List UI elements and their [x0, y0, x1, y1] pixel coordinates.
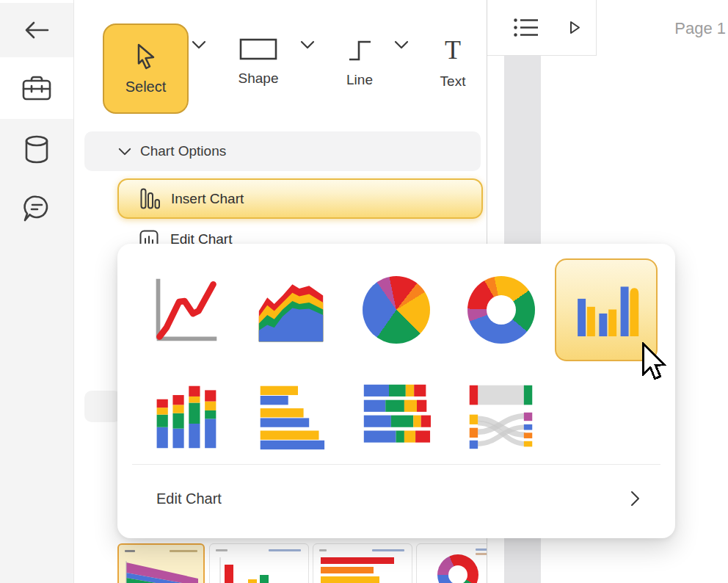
pie-chart-icon — [363, 276, 430, 344]
select-dropdown-chevron-icon[interactable] — [192, 40, 206, 49]
insert-chart-button[interactable]: Insert Chart — [117, 178, 483, 219]
tile-grouped-horizontal-bar-chart[interactable] — [239, 361, 343, 471]
stacked-horizontal-bar-chart-icon — [361, 382, 431, 452]
play-icon[interactable] — [569, 21, 580, 35]
chat-icon — [22, 194, 51, 223]
tile-pie-chart[interactable] — [343, 258, 448, 361]
tile-stacked-horizontal-bar-chart[interactable] — [343, 361, 448, 471]
chart-options-label: Chart Options — [140, 143, 226, 159]
text-tool-label: Text — [440, 73, 466, 90]
area-chart-icon — [256, 275, 326, 344]
svg-text:T: T — [445, 38, 461, 63]
grouped-bar-chart-icon — [571, 275, 641, 344]
sidebar-item-data[interactable] — [0, 131, 73, 169]
section-collapse-chevron-icon — [118, 148, 131, 156]
section-header-partial — [84, 391, 121, 422]
elbow-line-icon — [346, 38, 373, 62]
canvas-header-tools — [487, 0, 597, 56]
mouse-cursor — [640, 342, 668, 383]
sidebar-item-comments[interactable] — [0, 189, 73, 228]
toolbox-icon — [21, 74, 52, 102]
sankey-chart-icon — [466, 382, 536, 452]
tile-sankey-chart[interactable] — [448, 361, 553, 471]
grouped-horizontal-bar-chart-icon — [256, 382, 326, 452]
template-thumbnail-donut-chart[interactable] — [416, 543, 487, 583]
rectangle-icon — [239, 38, 277, 60]
sidebar-lower — [0, 119, 73, 583]
line-tool-label: Line — [346, 72, 373, 88]
select-tool-button[interactable]: Select — [103, 23, 189, 114]
tile-line-chart[interactable] — [134, 258, 239, 361]
mini-donut-chart — [437, 554, 478, 583]
mini-bar-chart — [313, 554, 409, 583]
sidebar-item-tools[interactable] — [0, 57, 73, 119]
insert-chart-popup: Edit Chart — [117, 244, 675, 538]
line-dropdown-chevron-icon[interactable] — [394, 40, 409, 49]
chevron-right-icon — [630, 490, 640, 507]
shape-tool-label: Shape — [239, 70, 279, 87]
donut-chart-icon — [467, 276, 535, 344]
tile-donut-chart[interactable] — [448, 258, 553, 361]
chart-type-grid — [117, 244, 675, 471]
popup-edit-chart-label: Edit Chart — [156, 490, 222, 507]
template-thumbnail-column-chart[interactable] — [209, 543, 309, 583]
line-tool-button[interactable]: Line — [334, 38, 385, 88]
popup-edit-chart-row[interactable]: Edit Chart — [132, 464, 660, 538]
database-icon — [23, 134, 50, 165]
shape-dropdown-chevron-icon[interactable] — [300, 40, 315, 49]
mini-column-chart — [210, 554, 305, 583]
cursor-icon — [131, 42, 161, 71]
list-icon[interactable] — [514, 18, 539, 37]
app-sidebar — [0, 0, 74, 583]
insert-chart-label: Insert Chart — [171, 191, 244, 207]
stacked-column-chart-icon — [151, 382, 221, 452]
page-title: Page 1 — [674, 19, 726, 38]
text-icon: T — [440, 38, 465, 63]
select-tool-label: Select — [125, 79, 167, 95]
line-chart-icon — [151, 275, 221, 344]
tile-stacked-column-chart[interactable] — [134, 361, 239, 471]
text-tool-button[interactable]: T Text — [429, 38, 476, 90]
pointer-cursor-icon — [640, 342, 668, 380]
template-thumbnail-area-chart[interactable] — [117, 543, 205, 583]
shape-tool-button[interactable]: Shape — [225, 38, 292, 87]
back-arrow-icon — [23, 21, 50, 40]
chart-options-section-header[interactable]: Chart Options — [84, 131, 481, 171]
template-thumbnail-bar-chart[interactable] — [313, 543, 412, 583]
insert-chart-icon — [140, 188, 160, 210]
mini-area-chart — [119, 552, 203, 583]
sidebar-item-back[interactable] — [0, 3, 73, 57]
tile-area-chart[interactable] — [239, 258, 343, 361]
